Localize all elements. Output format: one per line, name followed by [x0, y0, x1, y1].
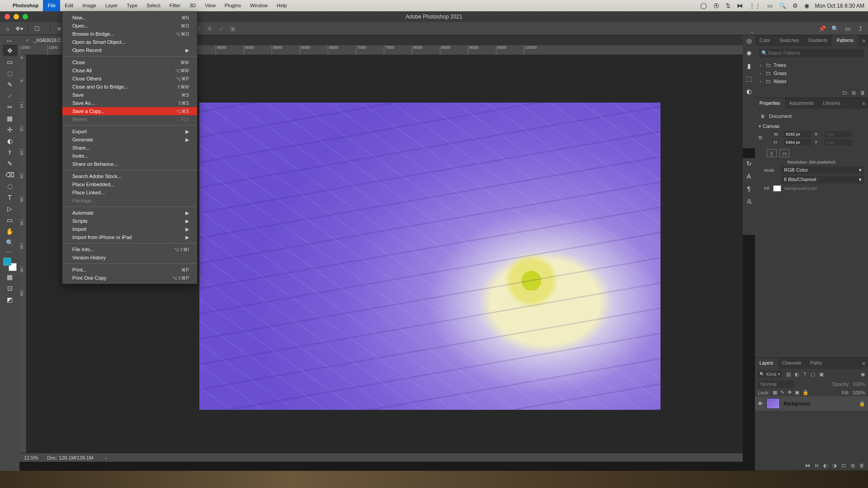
menu-item-close-others[interactable]: Close Others⌥⌘P: [62, 75, 197, 83]
tab-gradients[interactable]: Gradients: [803, 35, 832, 46]
tool-0[interactable]: ✥: [3, 45, 17, 56]
layer-thumbnail[interactable]: [766, 398, 780, 409]
menu-item-import-from-iphone-or-ipad[interactable]: Import from iPhone or iPad▶: [62, 233, 197, 241]
tool-4[interactable]: ⟋: [3, 90, 17, 101]
tab-layers[interactable]: Layers: [755, 358, 778, 369]
menu-item-print[interactable]: Print...⌘P: [62, 266, 197, 274]
menubar-item-help[interactable]: Help: [272, 0, 292, 11]
tool-13[interactable]: T: [3, 192, 17, 203]
menu-item-automate[interactable]: Automate▶: [62, 209, 197, 217]
menu-item-open-recent[interactable]: Open Recent▶: [62, 46, 197, 54]
pin-icon[interactable]: 📌: [817, 23, 827, 33]
patterns-search-input[interactable]: [768, 51, 862, 56]
menubar-app[interactable]: Photoshop: [8, 0, 43, 11]
sync-icon[interactable]: ⇅: [726, 2, 731, 9]
home-icon[interactable]: ⌂: [3, 23, 13, 33]
menu-item-save-as[interactable]: Save As...⇧⌘S: [62, 99, 197, 107]
fill-swatch[interactable]: [773, 185, 781, 192]
menubar-item-file[interactable]: File: [43, 0, 60, 11]
panel-menu-icon[interactable]: ≡: [860, 361, 868, 366]
menu-item-export[interactable]: Export▶: [62, 127, 197, 136]
landscape-icon[interactable]: ▭: [779, 149, 789, 157]
filter-pixel-icon[interactable]: ▧: [786, 371, 791, 377]
new-layer-icon[interactable]: ⊞: [851, 463, 855, 469]
lock-all-icon[interactable]: 🔒: [802, 389, 809, 395]
menu-item-place-embedded[interactable]: Place Embedded...: [62, 180, 197, 188]
tool-9[interactable]: ⚕: [3, 146, 17, 158]
layer-item-background[interactable]: 👁 Background 🔒: [755, 396, 868, 411]
new-folder-icon[interactable]: 🗀: [842, 90, 847, 96]
layer-fx-icon[interactable]: fx: [815, 463, 819, 469]
collapsed-panel-icon[interactable]: ⬚: [746, 75, 752, 82]
menu-item-save-a-copy[interactable]: Save a Copy...⌥⌘S: [62, 107, 197, 115]
tool-12[interactable]: ◌: [3, 180, 17, 192]
menubar-item-edit[interactable]: Edit: [60, 0, 78, 11]
collapsed-panel-icon[interactable]: ▮: [747, 62, 751, 70]
tool-preset-icon[interactable]: ✥▾: [14, 23, 24, 33]
tool-3[interactable]: ✎: [3, 79, 17, 90]
menu-item-generate[interactable]: Generate▶: [62, 136, 197, 144]
tool-14[interactable]: ▷: [3, 203, 17, 214]
bluetooth-icon[interactable]: ⧓: [737, 2, 743, 9]
tab-libraries[interactable]: Libraries: [819, 98, 845, 109]
menu-item-scripts[interactable]: Scripts▶: [62, 217, 197, 225]
opacity-value[interactable]: 100%: [853, 381, 865, 387]
layer-mask-icon[interactable]: ◐: [823, 463, 828, 469]
statusbar-menu-icon[interactable]: ›: [105, 455, 107, 460]
menubar-item-select[interactable]: Select: [142, 0, 165, 11]
blend-mode-select[interactable]: Normal: [758, 380, 794, 388]
menu-item-print-one-copy[interactable]: Print One Copy⌥⇧⌘P: [62, 274, 197, 282]
menu-item-search-adobe-stock[interactable]: Search Adobe Stock...: [62, 172, 197, 180]
share-icon[interactable]: ⤴: [855, 23, 865, 33]
tool-10[interactable]: ✎: [3, 158, 17, 169]
menu-item-browse-in-bridge[interactable]: Browse in Bridge...⌥⌘O: [62, 30, 197, 38]
tab-swatches[interactable]: Swatches: [775, 35, 803, 46]
pattern-folder-grass[interactable]: ›🗀Grass: [759, 69, 864, 77]
menubar-clock[interactable]: Mon Oct 18 8:30 AM: [815, 3, 864, 9]
doc-size[interactable]: Doc: 128.1M/128.1M: [47, 455, 93, 460]
wifi-icon[interactable]: ⋮⋮: [749, 2, 761, 9]
spotlight-icon[interactable]: 🔍: [779, 2, 786, 9]
collapsed-panel-icon[interactable]: ¶: [747, 185, 751, 192]
width-value[interactable]: 8192 px: [784, 131, 811, 137]
menubar-item-3d[interactable]: 3D: [185, 0, 200, 11]
filter-type-icon[interactable]: T: [803, 371, 807, 377]
delete-layer-icon[interactable]: 🗑: [859, 463, 864, 469]
menubar-item-window[interactable]: Window: [245, 0, 272, 11]
menubar-item-image[interactable]: Image: [78, 0, 101, 11]
collapsed-panel-icon[interactable]: ◐: [746, 88, 752, 95]
filter-toggle-icon[interactable]: ◉: [861, 371, 865, 377]
cc-icon[interactable]: ◯: [700, 2, 707, 9]
document-tab[interactable]: × _X0A0618.C: [19, 35, 66, 45]
visibility-icon[interactable]: 👁: [758, 401, 763, 406]
filter-smart-icon[interactable]: ▣: [819, 371, 824, 377]
collapsed-panel-icon[interactable]: A: [747, 173, 751, 180]
menu-item-save[interactable]: Save⌘S: [62, 91, 197, 99]
filter-shape-icon[interactable]: ▢: [811, 371, 815, 377]
patterns-search[interactable]: 🔍: [759, 49, 864, 57]
menu-item-open-as-smart-object[interactable]: Open as Smart Object...: [62, 38, 197, 46]
siri-icon[interactable]: ◉: [804, 2, 809, 9]
tab-adjustments[interactable]: Adjustments: [785, 98, 819, 109]
tool-1[interactable]: ▭: [3, 56, 17, 67]
tool-11[interactable]: ⌫: [3, 169, 17, 180]
menubar-item-filter[interactable]: Filter: [165, 0, 185, 11]
zoom-window-icon[interactable]: [23, 14, 28, 19]
minimize-window-icon[interactable]: [14, 14, 19, 19]
collapsed-panel-icon[interactable]: 𝔸: [747, 198, 751, 205]
canvas-section-label[interactable]: Canvas: [763, 123, 779, 129]
tool-mode[interactable]: ▦: [3, 271, 17, 282]
tool-2[interactable]: ◌: [3, 67, 17, 79]
menu-item-close-all[interactable]: Close All⌥⌘W: [62, 66, 197, 75]
tool-15[interactable]: ▭: [3, 214, 17, 225]
tool-6[interactable]: ▦: [3, 113, 17, 124]
tool-mode[interactable]: ◩: [3, 294, 17, 305]
lock-icon[interactable]: 🔒: [859, 401, 865, 407]
depth-select[interactable]: 8 Bits/Channel▾: [781, 176, 864, 183]
tab-properties[interactable]: Properties: [755, 98, 785, 109]
filter-adjust-icon[interactable]: ◐: [795, 371, 799, 377]
tab-channels[interactable]: Channels: [778, 358, 806, 369]
delete-pattern-icon[interactable]: 🗑: [860, 90, 865, 96]
tool-mode[interactable]: ⊡: [3, 282, 17, 294]
lock-position-icon[interactable]: ✥: [788, 389, 792, 395]
